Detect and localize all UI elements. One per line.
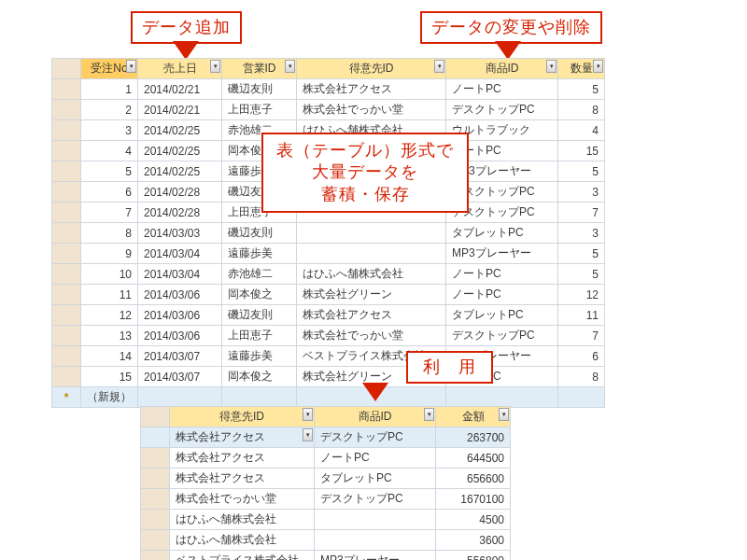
- cell[interactable]: 株式会社でっかい堂: [297, 100, 446, 120]
- cell[interactable]: はひふへ舗株式会社: [170, 510, 315, 530]
- cell[interactable]: [222, 387, 297, 408]
- cell[interactable]: 2014/02/28: [138, 203, 222, 223]
- cell[interactable]: 12: [558, 285, 605, 305]
- cell[interactable]: 岡本俊之: [222, 367, 297, 387]
- table-row[interactable]: 22014/02/21上田恵子株式会社でっかい堂デスクトップPC8: [52, 100, 605, 120]
- cell[interactable]: 263700: [436, 427, 511, 448]
- filter-dropdown-icon[interactable]: ▾: [593, 60, 603, 73]
- new-row[interactable]: （新規）: [52, 387, 605, 408]
- col-header[interactable]: 得意先ID▾: [170, 407, 315, 427]
- cell[interactable]: 5: [81, 161, 138, 182]
- cell[interactable]: 2014/03/03: [138, 223, 222, 244]
- cell[interactable]: 2014/03/06: [138, 326, 222, 346]
- cell[interactable]: 10: [81, 264, 138, 285]
- cell[interactable]: [446, 387, 558, 408]
- row-selector[interactable]: [52, 79, 81, 100]
- cell[interactable]: 13: [81, 326, 138, 346]
- cell[interactable]: 3: [558, 223, 605, 244]
- cell[interactable]: 株式会社アクセス: [170, 469, 315, 489]
- cell-dropdown-icon[interactable]: ▾: [303, 428, 313, 441]
- row-selector[interactable]: [52, 223, 81, 244]
- cell[interactable]: タブレットPC: [446, 223, 558, 244]
- cell[interactable]: [558, 387, 605, 408]
- cell[interactable]: 2014/02/21: [138, 79, 222, 100]
- table-row[interactable]: 株式会社アクセスタブレットPC656600: [141, 469, 511, 489]
- filter-dropdown-icon[interactable]: ▾: [546, 60, 557, 73]
- cell[interactable]: 株式会社アクセス▾: [170, 427, 315, 448]
- cell[interactable]: MP3プレーヤー: [315, 551, 436, 561]
- table-row[interactable]: 82014/03/03磯辺友則タブレットPC3: [52, 223, 605, 244]
- cell[interactable]: 上田恵子: [222, 100, 297, 120]
- cell[interactable]: 11: [558, 305, 605, 326]
- cell[interactable]: 14: [81, 346, 138, 367]
- row-selector[interactable]: [52, 367, 81, 387]
- filter-dropdown-icon[interactable]: ▾: [499, 408, 509, 421]
- table-row[interactable]: 92014/03/04遠藤歩美MP3プレーヤー5: [52, 244, 605, 264]
- cell[interactable]: ノートPC: [315, 448, 436, 469]
- cell[interactable]: 2014/03/07: [138, 346, 222, 367]
- table-row[interactable]: 株式会社アクセス▾デスクトップPC263700: [141, 427, 511, 448]
- cell[interactable]: 6: [81, 182, 138, 203]
- cell[interactable]: 赤池雄二: [222, 264, 297, 285]
- cell[interactable]: 2014/03/06: [138, 305, 222, 326]
- cell[interactable]: 2014/03/04: [138, 244, 222, 264]
- cell[interactable]: 2014/03/07: [138, 367, 222, 387]
- cell[interactable]: 7: [558, 203, 605, 223]
- cell[interactable]: デスクトップPC: [446, 100, 558, 120]
- cell[interactable]: [315, 510, 436, 530]
- table-row[interactable]: 株式会社でっかい堂デスクトップPC1670100: [141, 489, 511, 510]
- row-selector[interactable]: [52, 203, 81, 223]
- main-data-table[interactable]: 受注No▾売上日▾営業ID▾得意先ID▾商品ID▾数量▾12014/02/21磯…: [51, 58, 605, 408]
- cell[interactable]: 株式会社でっかい堂: [170, 489, 315, 510]
- cell[interactable]: 2014/03/04: [138, 264, 222, 285]
- cell[interactable]: 株式会社アクセス: [297, 305, 446, 326]
- row-selector[interactable]: [52, 182, 81, 203]
- cell[interactable]: 11: [81, 285, 138, 305]
- cell[interactable]: 4: [81, 141, 138, 161]
- cell[interactable]: はひふへ舗株式会社: [297, 264, 446, 285]
- table-row[interactable]: 株式会社アクセスノートPC644500: [141, 448, 511, 469]
- cell[interactable]: 5: [558, 79, 605, 100]
- cell[interactable]: 3: [81, 120, 138, 141]
- row-selector[interactable]: [52, 305, 81, 326]
- filter-dropdown-icon[interactable]: ▾: [210, 60, 220, 73]
- cell[interactable]: 株式会社アクセス: [170, 448, 315, 469]
- table-row[interactable]: はひふへ舗株式会社3600: [141, 530, 511, 551]
- row-selector[interactable]: [52, 244, 81, 264]
- cell[interactable]: 2014/02/25: [138, 141, 222, 161]
- cell[interactable]: 1670100: [436, 489, 511, 510]
- cell[interactable]: 3600: [436, 530, 511, 551]
- col-header[interactable]: 得意先ID▾: [297, 59, 446, 79]
- cell[interactable]: 2014/03/06: [138, 285, 222, 305]
- cell[interactable]: 8: [558, 100, 605, 120]
- cell[interactable]: 2014/02/25: [138, 120, 222, 141]
- cell[interactable]: 1: [81, 79, 138, 100]
- cell[interactable]: [315, 530, 436, 551]
- cell[interactable]: 9: [81, 244, 138, 264]
- col-header[interactable]: 営業ID▾: [222, 59, 297, 79]
- col-header[interactable]: 商品ID▾: [446, 59, 558, 79]
- cell[interactable]: デスクトップPC: [446, 326, 558, 346]
- table-row[interactable]: 122014/03/06磯辺友則株式会社アクセスタブレットPC11: [52, 305, 605, 326]
- cell[interactable]: 656600: [436, 469, 511, 489]
- table-row[interactable]: 102014/03/04赤池雄二はひふへ舗株式会社ノートPC5: [52, 264, 605, 285]
- cell[interactable]: 8: [558, 367, 605, 387]
- row-selector[interactable]: [141, 427, 170, 448]
- col-header[interactable]: 売上日▾: [138, 59, 222, 79]
- cell[interactable]: MP3プレーヤー: [446, 244, 558, 264]
- cell[interactable]: 2014/02/25: [138, 161, 222, 182]
- row-selector[interactable]: [52, 264, 81, 285]
- row-selector[interactable]: [141, 510, 170, 530]
- table-row[interactable]: 132014/03/06上田恵子株式会社でっかい堂デスクトップPC7: [52, 326, 605, 346]
- col-header[interactable]: 商品ID▾: [315, 407, 436, 427]
- row-selector[interactable]: [141, 448, 170, 469]
- cell[interactable]: 644500: [436, 448, 511, 469]
- cell[interactable]: 上田恵子: [222, 326, 297, 346]
- cell[interactable]: 2014/02/28: [138, 182, 222, 203]
- cell[interactable]: 556800: [436, 551, 511, 561]
- cell[interactable]: 磯辺友則: [222, 223, 297, 244]
- table-row[interactable]: 112014/03/06岡本俊之株式会社グリーンノートPC12: [52, 285, 605, 305]
- table-row[interactable]: ベストプライス株式会社MP3プレーヤー556800: [141, 551, 511, 561]
- row-selector[interactable]: [141, 551, 170, 561]
- cell[interactable]: タブレットPC: [315, 469, 436, 489]
